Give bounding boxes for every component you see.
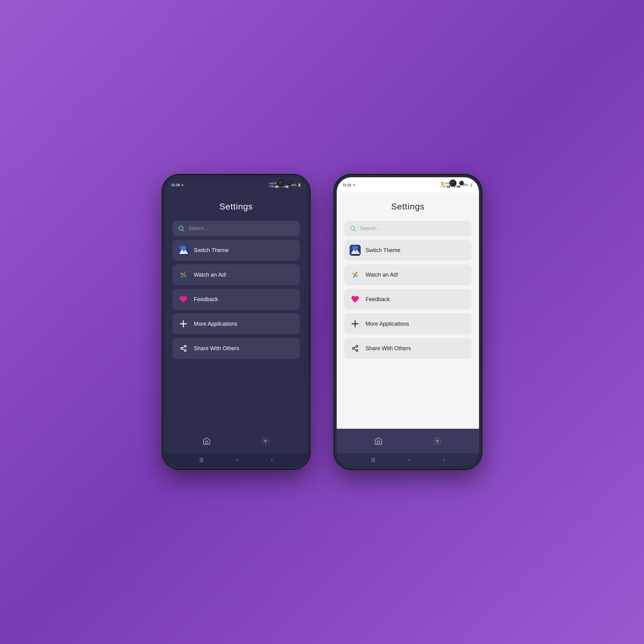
light-camera [450,180,464,186]
dark-switch-theme-item[interactable]: Switch Theme [172,240,300,261]
light-android-nav: ||| ○ ‹ [337,453,479,467]
svg-point-15 [265,440,267,442]
light-feedback-label: Feedback [366,296,390,303]
svg-point-19 [352,246,358,250]
dark-search-icon [178,225,185,232]
dark-camera-lens-2 [288,181,292,185]
light-home-nav[interactable] [374,436,383,446]
light-camera-lens-2 [459,181,464,185]
light-watch-ad-label: Watch an Ad! [366,272,398,278]
dark-android-nav: ||| ○ ‹ [165,453,307,467]
dark-plus-icon [178,318,189,329]
svg-point-3 [180,246,186,250]
light-search-icon [350,225,356,232]
dark-bottom-nav [165,429,307,453]
light-heart-icon [350,294,361,305]
light-home-btn[interactable]: ○ [408,457,411,463]
light-status-bar: 11:21 ☆ 📶 Vo0 RLTE1▮▮ LTE2▮▮ 44% 🔋 [337,177,479,193]
light-page-title: Settings [337,193,479,218]
dark-share-icon [178,343,189,354]
dark-share-label: Share With Others [194,345,239,352]
light-feedback-item[interactable]: Feedback [344,289,472,310]
dark-home-nav[interactable] [202,436,212,446]
svg-marker-20 [351,249,357,254]
svg-line-13 [182,347,185,348]
light-more-apps-label: More Applications [366,321,409,327]
light-settings-nav[interactable] [432,436,442,446]
dark-more-apps-label: More Applications [194,321,237,327]
light-menu-area: Search... [337,218,479,429]
svg-point-23 [355,274,356,275]
dark-page-title: Settings [165,193,307,218]
light-share-icon [350,343,361,354]
light-search-bar[interactable]: Search... [344,221,472,236]
dark-search-bar[interactable]: Search... [172,221,300,236]
dark-phone: 11:19 ☆ Vo0 RLTE1▮▮ LTE2▮▮ 44% 🔋 Setting… [163,175,310,469]
dark-search-placeholder: Search... [188,226,208,231]
svg-line-30 [354,349,356,350]
light-camera-lens-1 [450,180,456,186]
dark-recent-btn[interactable]: ||| [200,457,203,463]
dark-more-apps-item[interactable]: More Applications [172,313,300,334]
dark-feedback-label: Feedback [194,296,218,303]
dark-watch-ad-item[interactable]: Watch an Ad! [172,264,300,285]
svg-marker-6 [184,250,186,251]
light-back-btn[interactable]: ‹ [443,457,444,463]
light-more-apps-item[interactable]: More Applications [344,313,472,334]
light-time: 11:21 ☆ [343,183,355,187]
light-share-label: Share With Others [366,345,411,352]
light-search-placeholder: Search... [360,226,380,231]
light-share-item[interactable]: Share With Others [344,338,472,359]
svg-line-1 [182,230,184,231]
svg-point-7 [183,274,184,275]
light-recent-btn[interactable]: ||| [371,457,375,463]
dark-camera-lens-1 [278,180,285,186]
dark-menu-area: Search... [165,218,307,429]
light-switch-theme-label: Switch Theme [366,247,401,254]
svg-line-14 [182,349,185,350]
light-plus-icon [350,318,361,329]
light-bottom-nav [337,429,479,453]
svg-line-17 [354,230,355,231]
dark-screen: 11:19 ☆ Vo0 RLTE1▮▮ LTE2▮▮ 44% 🔋 Setting… [165,177,307,467]
light-phone: 11:21 ☆ 📶 Vo0 RLTE1▮▮ LTE2▮▮ 44% 🔋 Setti… [334,175,481,469]
dark-share-item[interactable]: Share With Others [172,338,300,359]
svg-marker-22 [356,250,358,251]
dark-back-btn[interactable]: ‹ [271,457,273,463]
light-theme-icon [350,245,361,256]
svg-marker-21 [354,250,360,254]
dark-time: 11:19 ☆ [171,183,184,187]
svg-marker-5 [182,250,188,254]
svg-point-31 [436,440,439,442]
dark-screen-content: Settings Search... [165,193,307,429]
light-screen: 11:21 ☆ 📶 Vo0 RLTE1▮▮ LTE2▮▮ 44% 🔋 Setti… [337,177,479,467]
light-screen-content: Settings Search... [337,193,479,429]
svg-marker-4 [179,249,185,254]
light-switch-theme-item[interactable]: Switch Theme [344,240,472,261]
dark-watch-ad-label: Watch an Ad! [194,272,226,278]
dark-camera [278,180,292,186]
dark-settings-nav[interactable] [261,436,270,446]
svg-line-29 [354,347,356,348]
dark-heart-icon [178,294,189,305]
dark-home-btn[interactable]: ○ [236,457,239,463]
dark-theme-icon [178,245,189,256]
light-pinwheel-icon [350,269,361,280]
dark-feedback-item[interactable]: Feedback [172,289,300,310]
dark-switch-theme-label: Switch Theme [194,247,229,254]
dark-status-bar: 11:19 ☆ Vo0 RLTE1▮▮ LTE2▮▮ 44% 🔋 [165,177,307,193]
dark-pinwheel-icon [178,269,189,280]
light-watch-ad-item[interactable]: Watch an Ad! [344,264,472,285]
